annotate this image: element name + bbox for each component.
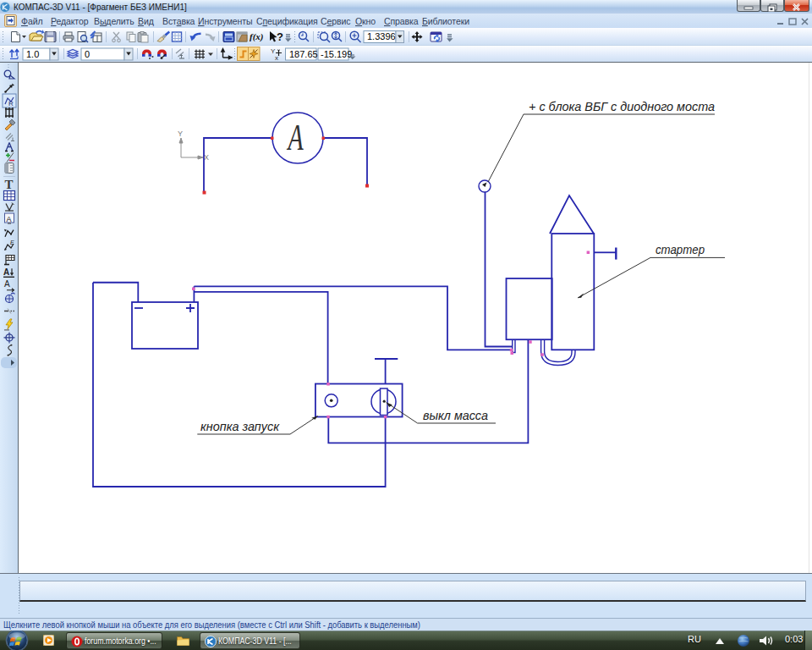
svg-text:A: A (4, 279, 10, 289)
svg-text:1.0: 1.0 (26, 49, 39, 59)
svg-text:E: E (10, 240, 14, 245)
svg-text:1.3396: 1.3396 (367, 31, 396, 41)
svg-text:0: 0 (85, 49, 90, 59)
svg-text:f(x): f(x) (250, 31, 264, 42)
svg-text:187.65: 187.65 (289, 49, 318, 59)
svg-text:A: A (3, 267, 9, 277)
svg-text:кнопка запуск: кнопка запуск (200, 419, 280, 433)
svg-text:R: R (8, 100, 14, 107)
svg-text:X: X (204, 153, 209, 162)
svg-text:-15.199: -15.199 (321, 49, 352, 59)
svg-text:выкл масса: выкл масса (423, 408, 488, 422)
svg-text:?: ? (277, 30, 283, 43)
svg-text:A: A (7, 215, 12, 223)
svg-text:Y: Y (178, 129, 183, 138)
svg-text:+ с блока ВБГ с диодного моста: + с блока ВБГ с диодного моста (529, 99, 715, 113)
svg-text:T: T (5, 178, 14, 191)
svg-text:стартер: стартер (656, 242, 705, 256)
svg-text:x: x (275, 54, 278, 62)
svg-text:A: A (286, 115, 304, 157)
